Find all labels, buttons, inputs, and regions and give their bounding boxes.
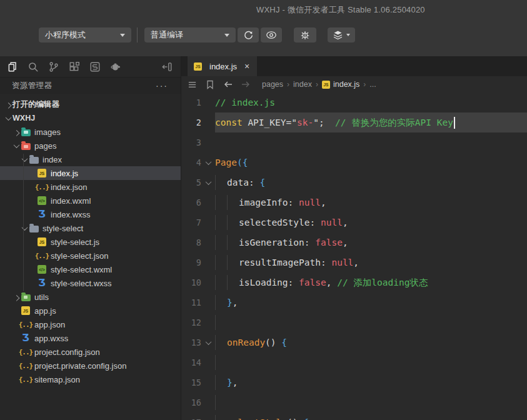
wxss-file-icon: Ʒ (37, 209, 47, 219)
code-area[interactable]: 1// index.js2const API_KEY="sk-"; // 替换为… (181, 92, 527, 420)
tree-item-style-select.wxss[interactable]: Ʒstyle-select.wxss (0, 276, 181, 290)
tree-item-label: project.private.config.json (34, 361, 126, 371)
code-line-12[interactable]: 12 (181, 312, 527, 332)
tree-item-app.json[interactable]: {..}app.json (0, 318, 181, 331)
tree-item-utils[interactable]: utils (0, 290, 181, 304)
tree-item-project.private.config.json[interactable]: {..}project.private.config.json (0, 359, 181, 372)
chevron-down-icon[interactable] (4, 116, 13, 121)
code-line-content: }, (215, 292, 527, 312)
chevron-down-icon[interactable] (12, 144, 21, 148)
code-token: const (215, 118, 243, 128)
tree-item-index.js[interactable]: JSindex.js (0, 166, 181, 180)
applet-panel-icon[interactable] (89, 61, 101, 73)
code-line-4[interactable]: 4Page({ (181, 152, 527, 172)
code-line-content (215, 352, 527, 372)
teapot-icon[interactable] (109, 61, 122, 73)
code-line-7[interactable]: 7selectedStyle: null, (181, 212, 527, 232)
tree-item-index[interactable]: index (0, 152, 181, 166)
code-token: () (265, 338, 281, 348)
code-line-17[interactable]: 17selectStyle() { (181, 412, 527, 420)
code-line-10[interactable]: 10isLoading: false, // 添加loading状态 (181, 272, 527, 292)
line-number: 16 (181, 398, 201, 408)
chevron-right-icon[interactable] (4, 102, 13, 107)
tab-bar: JS index.js × (181, 56, 527, 76)
clear-cache-button[interactable] (328, 28, 355, 42)
layers-icon (333, 30, 343, 40)
chevron-right-icon[interactable] (12, 130, 21, 134)
source-control-icon[interactable] (48, 61, 60, 73)
fold-chevron-icon[interactable] (201, 161, 215, 165)
compile-mode-select[interactable]: 普通编译 (144, 28, 236, 42)
tree-item-style-select.js[interactable]: JSstyle-select.js (0, 235, 181, 249)
folder-images-icon (21, 127, 31, 137)
chevron-down-icon[interactable] (20, 158, 29, 162)
json-file-icon: {..} (21, 319, 31, 329)
search-icon[interactable] (27, 61, 39, 73)
tree-item-app.js[interactable]: JSapp.js (0, 304, 181, 318)
code-line-16[interactable]: 16 (181, 392, 527, 412)
code-line-15[interactable]: 15}, (181, 372, 527, 392)
breadcrumb-item-more[interactable]: ... (369, 80, 376, 89)
code-line-2[interactable]: 2const API_KEY="sk-"; // 替换为您的实际API Key (181, 112, 527, 132)
code-token: false (315, 238, 343, 248)
code-token: isGeneration (239, 238, 304, 248)
tree-item-wxhj[interactable]: WXHJ (0, 111, 181, 125)
tree-item-index.wxml[interactable]: </>index.wxml (0, 194, 181, 208)
code-line-8[interactable]: 8isGeneration: false, (181, 232, 527, 252)
tree-item-project.config.json[interactable]: {..}project.config.json (0, 345, 181, 359)
bookmark-icon[interactable] (206, 80, 214, 89)
tree-item-style-select[interactable]: style-select (0, 221, 181, 235)
tab-index-js[interactable]: JS index.js × (188, 56, 257, 76)
tree-item-[interactable]: 打开的编辑器 (0, 98, 181, 111)
fold-chevron-icon[interactable] (201, 181, 215, 185)
line-number: 1 (181, 98, 201, 108)
tree-item-images[interactable]: images (0, 125, 181, 139)
preview-button[interactable] (261, 28, 282, 42)
code-line-14[interactable]: 14 (181, 352, 527, 372)
code-token: // 添加loading状态 (337, 277, 428, 289)
tree-item-app.wxss[interactable]: Ʒapp.wxss (0, 331, 181, 345)
breadcrumb-item-index[interactable]: index (293, 80, 312, 89)
tree-item-label: app.json (34, 320, 65, 329)
forward-arrow-icon[interactable] (241, 80, 251, 89)
code-line-9[interactable]: 9resultImagePath: null, (181, 252, 527, 272)
tree-item-sitemap.json[interactable]: {..}sitemap.json (0, 372, 181, 386)
tree-item-index.wxss[interactable]: Ʒindex.wxss (0, 208, 181, 221)
tree-item-index.json[interactable]: {..}index.json (0, 180, 181, 194)
tree-item-style-select.json[interactable]: {..}style-select.json (0, 249, 181, 262)
indent-guide (215, 235, 227, 250)
mode-select[interactable]: 小程序模式 (39, 28, 131, 42)
close-icon[interactable]: × (244, 62, 249, 71)
device-debug-button[interactable] (294, 28, 316, 42)
back-arrow-icon[interactable] (223, 80, 233, 89)
compile-button[interactable] (238, 28, 259, 42)
indent-guide (215, 315, 227, 330)
extensions-icon[interactable] (68, 61, 81, 73)
tree-item-label: style-select.wxss (51, 279, 112, 288)
code-line-6[interactable]: 6imageInfo: null, (181, 192, 527, 212)
code-line-content: // index.js (215, 92, 527, 112)
chevron-down-icon[interactable] (20, 226, 29, 231)
tree-item-style-select.wxml[interactable]: </>style-select.wxml (0, 262, 181, 276)
code-line-1[interactable]: 1// index.js (181, 92, 527, 112)
breadcrumb-item-file[interactable]: index.js (333, 80, 359, 89)
code-line-content: selectStyle() { (215, 412, 527, 420)
code-line-5[interactable]: 5data: { (181, 172, 527, 192)
line-number: 12 (181, 318, 201, 328)
title-bar: WXHJ - 微信开发者工具 Stable 1.06.2504020 (0, 0, 527, 18)
code-line-11[interactable]: 11}, (181, 292, 527, 312)
code-line-content: }, (215, 372, 527, 392)
tree-item-pages[interactable]: pages (0, 139, 181, 152)
breadcrumb-item-pages[interactable]: pages (262, 80, 283, 89)
more-actions-icon[interactable]: ··· (156, 82, 168, 89)
code-token: onReady (227, 338, 265, 348)
code-line-3[interactable]: 3 (181, 132, 527, 152)
files-icon[interactable] (6, 61, 19, 73)
indent-guide (215, 355, 227, 370)
chevron-right-icon[interactable] (12, 295, 21, 299)
tree-item-label: index.wxss (51, 210, 91, 219)
fold-chevron-icon[interactable] (201, 341, 215, 345)
outline-icon[interactable] (188, 80, 197, 89)
collapse-sidebar-icon[interactable] (161, 61, 173, 73)
code-line-13[interactable]: 13onReady() { (181, 332, 527, 352)
